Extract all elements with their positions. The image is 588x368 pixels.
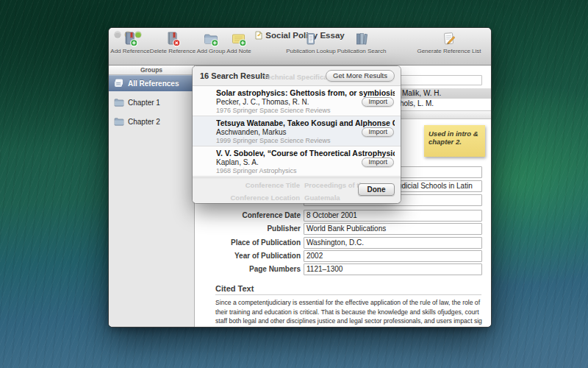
result-item[interactable]: V. V. Sobolev, “Course of Theoretical As… — [193, 146, 401, 177]
sidebar-item-chapter-2[interactable]: Chapter 2 — [109, 113, 194, 130]
references-stack-icon — [114, 79, 124, 88]
book-lookup-icon — [303, 31, 319, 47]
desktop-wallpaper: Social Policy Essay Add Reference — [0, 0, 588, 368]
import-button[interactable]: Import — [362, 158, 394, 167]
divider — [215, 294, 481, 295]
result-item[interactable]: Solar astrophysics: Ghettosis from, or s… — [193, 86, 401, 116]
field-label: Publisher — [198, 224, 301, 233]
cited-text-body[interactable]: Since a competentjudiciary is essential … — [215, 298, 483, 326]
conference-date-field[interactable]: 8 October 2001 — [304, 210, 482, 222]
year-of-publication-field[interactable]: 2002 — [304, 250, 482, 262]
ghost-label: Conference Title — [193, 181, 300, 189]
toolbar-label: Generate Reference List — [417, 48, 481, 54]
add-note-button[interactable]: Add Note — [205, 31, 273, 54]
sidebar-item-all-references[interactable]: All References — [109, 75, 194, 91]
sticky-note[interactable]: Used in intro & chapter 2. — [424, 125, 485, 157]
search-results-popover: 16 Search Results Technical Specificatio… — [193, 66, 401, 203]
form-row-page-numbers: Page Numbers 1121–1300 — [196, 263, 491, 275]
reference-row-author: l Malik, W. H. — [398, 89, 441, 97]
field-label: Place of Publication — [198, 238, 301, 247]
sidebar-header: Groups — [109, 66, 194, 75]
popover-footer: Conference Title Proceedings of the Conf… — [193, 177, 401, 203]
ghost-value: Guatemala — [304, 194, 340, 202]
window-chrome: Social Policy Essay Add Reference — [109, 28, 491, 66]
import-button[interactable]: Import — [362, 97, 394, 107]
sidebar-item-label: Chapter 1 — [128, 99, 160, 107]
book-add-icon — [122, 31, 138, 47]
results-count: 16 Search Results — [200, 71, 270, 80]
sidebar-item-label: All References — [128, 79, 179, 88]
result-source: 1976 Springer Space Science Reviews — [216, 107, 395, 114]
sidebar: Groups All References Chapter 1 — [109, 66, 195, 327]
field-label: Conference Date — [198, 211, 301, 219]
form-row-place-of-publication: Place of Publication Washington, D.C. — [196, 237, 491, 249]
folder-icon — [114, 117, 124, 126]
result-source: 1968 Springer Astrophysics — [216, 167, 395, 174]
generate-reference-list-button[interactable]: Generate Reference List — [415, 31, 483, 54]
conference-title-value: Judicial Schools in Latin — [394, 181, 473, 191]
books-search-icon — [354, 31, 370, 47]
publisher-field[interactable]: World Bank Publications — [304, 223, 482, 235]
result-title: Solar astrophysics: Ghettosis from, or s… — [216, 88, 395, 97]
publication-search-button[interactable]: Publication Search — [328, 31, 395, 54]
page-numbers-field[interactable]: 1121–1300 — [304, 263, 482, 275]
document-pencil-icon — [441, 31, 457, 47]
popover-header: 16 Search Results Technical Specificatio… — [193, 66, 401, 86]
sticky-note-text: Used in intro & chapter 2. — [429, 130, 478, 146]
toolbar-label: Publication Search — [337, 48, 387, 54]
result-title: V. V. Sobolev, “Course of Theoretical As… — [216, 149, 395, 158]
field-label: Year of Publication — [198, 252, 301, 260]
place-of-publication-field[interactable]: Washington, D.C. — [304, 237, 482, 249]
done-button[interactable]: Done — [358, 183, 395, 196]
form-row-year-of-publication: Year of Publication 2002 — [196, 250, 491, 262]
folder-icon — [114, 98, 124, 107]
cited-text-header: Cited Text — [215, 284, 254, 293]
result-source: 1999 Springer Space Science Reviews — [216, 137, 395, 144]
results-list: Solar astrophysics: Ghettosis from, or s… — [193, 86, 401, 177]
reference-row-author: hols, L. M. — [400, 99, 434, 107]
result-item[interactable]: Tetsuya Watanabe, Takeo Kosugi and Alpho… — [193, 116, 401, 146]
form-row-conference-date: Conference Date 8 October 2001 — [196, 210, 491, 222]
field-label: Page Numbers — [198, 265, 301, 273]
note-add-icon — [231, 31, 247, 47]
result-title: Tetsuya Watanabe, Takeo Kosugi and Alpho… — [216, 118, 395, 127]
sidebar-item-label: Chapter 2 — [128, 118, 160, 126]
ghost-label: Conference Location — [193, 194, 300, 202]
sidebar-item-chapter-1[interactable]: Chapter 1 — [109, 94, 194, 110]
toolbar-label: Add Note — [226, 48, 251, 54]
get-more-results-button[interactable]: Get More Results — [326, 70, 395, 82]
form-row-publisher: Publisher World Bank Publications — [196, 223, 491, 235]
import-button[interactable]: Import — [362, 127, 394, 137]
